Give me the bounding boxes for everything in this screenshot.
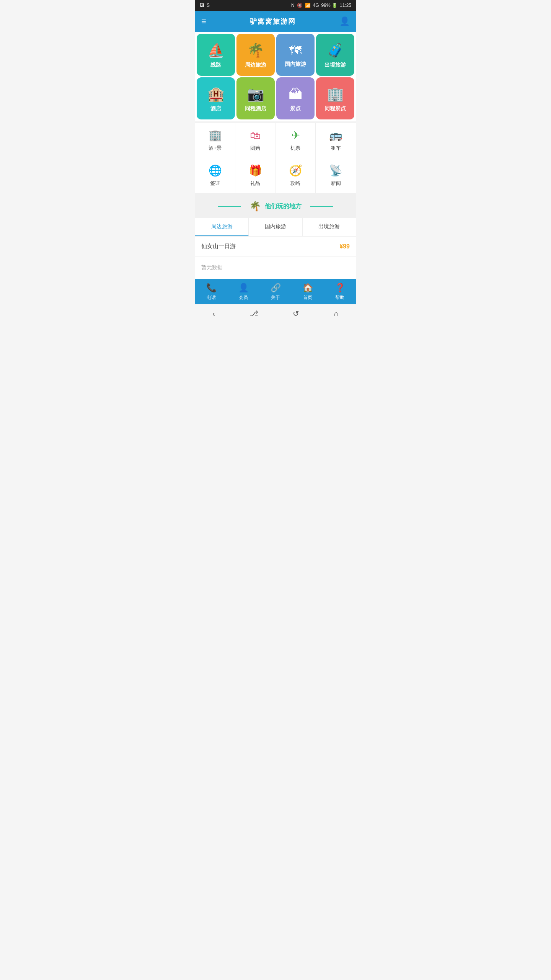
header: ≡ 驴窝窝旅游网 👤 <box>195 11 356 32</box>
tab-chujing[interactable]: 出境旅游 <box>303 218 356 236</box>
gonglue-label: 攻略 <box>290 180 300 187</box>
member-label: 会员 <box>239 294 248 301</box>
nav-help[interactable]: ❓ 帮助 <box>324 283 356 301</box>
member-icon: 👤 <box>238 283 249 293</box>
xinwen-icon: 📡 <box>329 164 342 177</box>
phone-label: 电话 <box>207 294 216 301</box>
no-data-section: 暂无数据 <box>195 256 356 279</box>
tile-xianlu[interactable]: ⛵ 线路 <box>197 34 235 76</box>
about-label: 关于 <box>271 294 280 301</box>
status-time: 11:25 <box>340 3 351 8</box>
status-wifi: 📶 <box>305 3 311 8</box>
jiu-jing-icon: 🏢 <box>209 129 222 142</box>
tile-jingdian[interactable]: 🏔 景点 <box>276 77 315 119</box>
small-tile-xinwen[interactable]: 📡 新闻 <box>316 158 356 193</box>
small-tile-zuche[interactable]: 🚌 租车 <box>316 123 356 158</box>
tile-guonei[interactable]: 🗺 国内旅游 <box>276 34 315 76</box>
user-button[interactable]: 👤 <box>339 16 350 26</box>
qianzheng-icon: 🌐 <box>209 164 222 177</box>
help-icon: ❓ <box>335 283 345 293</box>
sys-back-button[interactable]: ‹ <box>212 309 215 318</box>
qianzheng-label: 签证 <box>210 180 220 187</box>
status-signal: 4G <box>313 3 319 8</box>
tuangou-icon: 🛍 <box>250 129 261 142</box>
zhoubian-label: 周边旅游 <box>245 62 266 69</box>
app-title: 驴窝窝旅游网 <box>250 17 296 26</box>
small-tile-qianzheng[interactable]: 🌐 签证 <box>195 158 235 193</box>
home-label: 首页 <box>303 294 312 301</box>
menu-button[interactable]: ≡ <box>201 16 206 26</box>
guonei-icon: 🗺 <box>289 44 302 58</box>
section-line-right <box>310 206 333 207</box>
small-grid: 🏢 酒+景 🛍 团购 ✈ 机票 🚌 租车 🌐 签证 🎁 礼品 🧭 攻略 📡 新闻 <box>195 122 356 193</box>
nav-home[interactable]: 🏠 首页 <box>292 283 324 301</box>
tongcheng-hotel-label: 同程酒店 <box>245 105 266 112</box>
nav-about[interactable]: 🔗 关于 <box>259 283 292 301</box>
tongcheng-jingdian-label: 同程景点 <box>324 105 346 112</box>
zhoubian-icon: 🌴 <box>247 42 264 59</box>
tile-zhoubian[interactable]: 🌴 周边旅游 <box>236 34 275 76</box>
tile-jiudian[interactable]: 🏨 酒店 <box>197 77 235 119</box>
small-tile-tuangou[interactable]: 🛍 团购 <box>235 123 276 158</box>
zuche-label: 租车 <box>331 145 341 152</box>
chujing-label: 出境旅游 <box>324 62 346 69</box>
main-grid: ⛵ 线路 🌴 周边旅游 🗺 国内旅游 🧳 出境旅游 🏨 酒店 📷 同程酒店 🏔 … <box>195 32 356 121</box>
nav-member[interactable]: 👤 会员 <box>227 283 259 301</box>
section-palm-icon: 🌴 <box>249 201 261 212</box>
status-icon-s: S <box>207 3 210 8</box>
list-item-title: 仙女山一日游 <box>201 243 236 250</box>
guonei-label: 国内旅游 <box>285 61 306 68</box>
xianlu-label: 线路 <box>210 62 221 69</box>
zuche-icon: 🚌 <box>329 129 342 142</box>
tile-tongcheng-hotel[interactable]: 📷 同程酒店 <box>236 77 275 119</box>
jiudian-icon: 🏨 <box>207 86 225 102</box>
chujing-icon: 🧳 <box>327 42 344 59</box>
section-title: 他们玩的地方 <box>265 203 302 211</box>
jingdian-icon: 🏔 <box>289 86 302 102</box>
status-nfc: N <box>291 3 295 8</box>
system-nav-bar: ‹ ⎇ ↺ ⌂ <box>195 304 356 323</box>
jipiao-icon: ✈ <box>291 129 300 142</box>
small-tile-lipin[interactable]: 🎁 礼品 <box>235 158 276 193</box>
lipin-label: 礼品 <box>250 180 260 187</box>
tongcheng-hotel-icon: 📷 <box>247 86 264 102</box>
no-data-text: 暂无数据 <box>201 264 223 270</box>
tuangou-label: 团购 <box>250 145 260 152</box>
sys-home-button[interactable]: ⌂ <box>334 309 339 318</box>
phone-icon: 📞 <box>206 283 217 293</box>
tile-tongcheng-jingdian[interactable]: 🏢 同程景点 <box>316 77 354 119</box>
tab-zhoubian[interactable]: 周边旅游 <box>195 218 249 236</box>
tab-guonei[interactable]: 国内旅游 <box>249 218 302 236</box>
status-bar: 🖼 S N 🔇 📶 4G 99% 🔋 11:25 <box>195 0 356 11</box>
list-item-xiannu[interactable]: 仙女山一日游 ¥99 <box>195 237 356 256</box>
about-icon: 🔗 <box>271 283 281 293</box>
small-tile-gonglue[interactable]: 🧭 攻略 <box>276 158 316 193</box>
status-left-icons: 🖼 S <box>200 3 210 8</box>
home-icon: 🏠 <box>303 283 313 293</box>
jiudian-label: 酒店 <box>210 105 221 112</box>
section-line-left <box>218 206 241 207</box>
content-tabs: 周边旅游 国内旅游 出境旅游 <box>195 218 356 237</box>
help-label: 帮助 <box>335 294 344 301</box>
nav-phone[interactable]: 📞 电话 <box>195 283 227 301</box>
xianlu-icon: ⛵ <box>207 42 225 59</box>
section-header: 🌴 他们玩的地方 <box>195 193 356 218</box>
tile-chujing[interactable]: 🧳 出境旅游 <box>316 34 354 76</box>
gonglue-icon: 🧭 <box>289 164 302 177</box>
bottom-nav: 📞 电话 👤 会员 🔗 关于 🏠 首页 ❓ 帮助 <box>195 279 356 304</box>
status-icon-photo: 🖼 <box>200 3 204 8</box>
sys-share-button[interactable]: ⎇ <box>249 309 258 318</box>
list-item-price: ¥99 <box>339 243 350 250</box>
sys-refresh-button[interactable]: ↺ <box>293 309 299 318</box>
xinwen-label: 新闻 <box>331 180 341 187</box>
status-mute: 🔇 <box>297 3 303 8</box>
jingdian-label: 景点 <box>290 105 301 112</box>
jiu-jing-label: 酒+景 <box>209 145 222 152</box>
jipiao-label: 机票 <box>290 145 300 152</box>
lipin-icon: 🎁 <box>249 164 262 177</box>
small-tile-jiu-jing[interactable]: 🏢 酒+景 <box>195 123 235 158</box>
tongcheng-jingdian-icon: 🏢 <box>327 86 344 102</box>
status-battery: 99% 🔋 <box>321 3 337 8</box>
status-right-info: N 🔇 📶 4G 99% 🔋 11:25 <box>291 3 351 8</box>
small-tile-jipiao[interactable]: ✈ 机票 <box>276 123 316 158</box>
